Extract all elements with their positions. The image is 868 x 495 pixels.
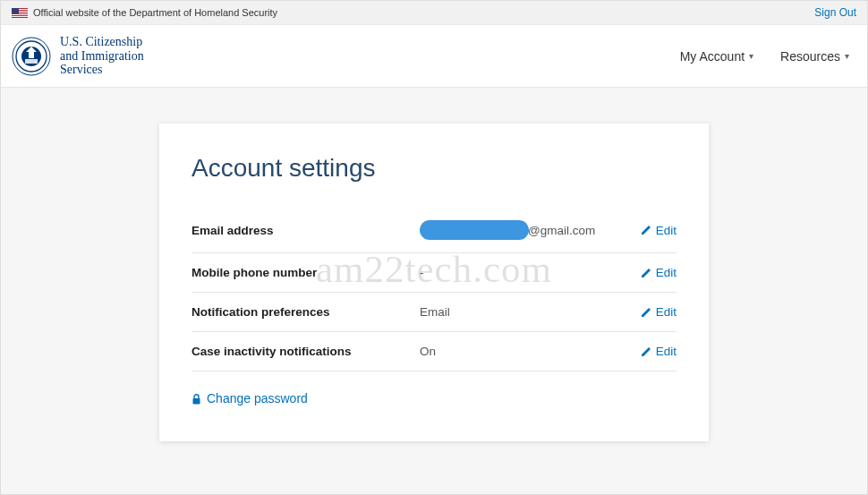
logo-text: U.S. Citizenship and Immigration Service… <box>60 35 144 76</box>
svg-rect-10 <box>193 398 200 405</box>
dhs-seal-icon <box>12 37 51 76</box>
pencil-icon <box>641 307 651 318</box>
redacted-email-prefix <box>420 220 529 240</box>
page-title: Account settings <box>191 154 677 183</box>
edit-notification-prefs-button[interactable]: Edit <box>641 305 677 319</box>
label-notification-prefs: Notification preferences <box>191 305 420 319</box>
value-mobile: - <box>420 266 641 279</box>
change-password-link[interactable]: Change password <box>191 391 677 405</box>
label-case-inactivity: Case inactivity notifications <box>191 345 420 358</box>
nav-resources[interactable]: Resources ▾ <box>780 49 849 64</box>
edit-case-inactivity-button[interactable]: Edit <box>641 345 677 358</box>
row-mobile: Mobile phone number - Edit <box>191 253 677 293</box>
svg-rect-4 <box>12 14 28 15</box>
label-mobile: Mobile phone number <box>191 266 420 279</box>
value-case-inactivity: On <box>420 345 641 358</box>
row-notification-prefs: Notification preferences Email Edit <box>191 293 677 332</box>
dhs-banner: Official website of the Department of Ho… <box>1 1 867 25</box>
svg-rect-6 <box>12 8 19 13</box>
us-flag-icon <box>12 8 28 18</box>
row-case-inactivity: Case inactivity notifications On Edit <box>191 332 677 371</box>
nav-my-account[interactable]: My Account ▾ <box>680 49 753 64</box>
pencil-icon <box>641 268 651 278</box>
chevron-down-icon: ▾ <box>749 51 753 61</box>
pencil-icon <box>641 346 651 357</box>
lock-icon <box>191 393 201 404</box>
value-email: @gmail.com <box>420 220 641 240</box>
banner-text: Official website of the Department of Ho… <box>33 7 277 18</box>
label-email: Email address <box>191 224 420 237</box>
svg-rect-5 <box>12 16 28 17</box>
row-email: Email address @gmail.com Edit <box>191 208 677 253</box>
pencil-icon <box>641 225 651 235</box>
settings-card: Account settings Email address @gmail.co… <box>159 124 709 441</box>
edit-mobile-button[interactable]: Edit <box>641 266 677 279</box>
edit-email-button[interactable]: Edit <box>641 224 677 237</box>
sign-out-link[interactable]: Sign Out <box>814 6 856 19</box>
navbar: U.S. Citizenship and Immigration Service… <box>1 25 867 88</box>
chevron-down-icon: ▾ <box>845 51 849 61</box>
uscis-logo[interactable]: U.S. Citizenship and Immigration Service… <box>12 35 144 76</box>
value-notification-prefs: Email <box>420 305 641 319</box>
